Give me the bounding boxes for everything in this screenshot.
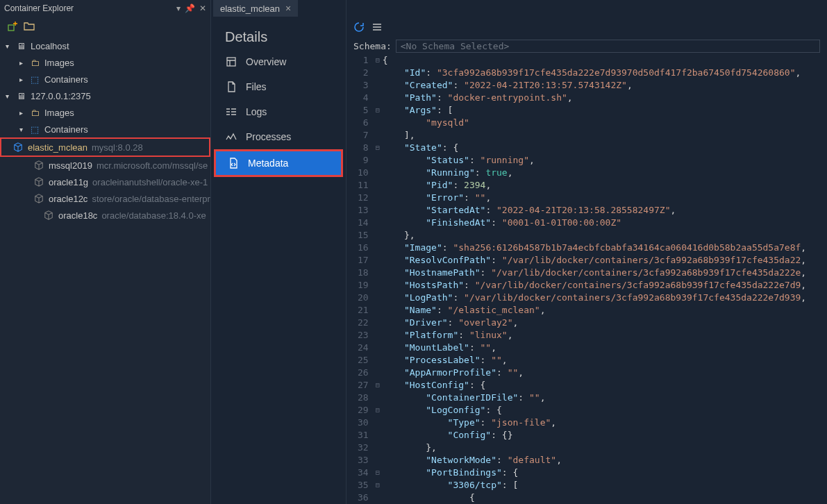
code-line[interactable]: "MountLabel": "", <box>383 342 827 354</box>
code-line[interactable]: "HostnamePath": "/var/lib/docker/contain… <box>383 267 827 279</box>
code-line[interactable]: "Id": "3cfa992a68b939f17cfe435da222e7d93… <box>383 67 827 79</box>
code-line[interactable]: "State": { <box>383 142 827 154</box>
fold-marker[interactable]: ⊟ <box>373 379 383 392</box>
line-number: 6 <box>358 117 369 129</box>
fold-marker <box>373 454 383 467</box>
fold-marker[interactable]: ⊟ <box>373 467 383 479</box>
fold-marker[interactable]: ⊟ <box>373 104 383 117</box>
code-line[interactable]: "AppArmorProfile": "", <box>383 367 827 379</box>
code-line[interactable]: "Path": "docker-entrypoint.sh", <box>383 92 827 104</box>
code-line[interactable]: "Image": "sha256:6126b4587b1b7a4ecbfcbab… <box>383 242 827 254</box>
code-line[interactable]: "Platform": "linux", <box>383 329 827 342</box>
container-item[interactable]: oracle12cstore/oracle/database-enterpr <box>0 190 210 207</box>
code-line[interactable]: { <box>383 54 827 67</box>
code-line[interactable]: "Pid": 2394, <box>383 179 827 192</box>
folder-icon[interactable] <box>24 21 35 32</box>
close-icon[interactable]: ✕ <box>199 3 206 13</box>
fold-marker[interactable]: ⊟ <box>373 142 383 154</box>
code-line[interactable]: "Name": "/elastic_mclean", <box>383 304 827 317</box>
fold-marker <box>373 129 383 142</box>
fold-marker <box>373 304 383 317</box>
code-line[interactable]: "Type": "json-file", <box>383 417 827 429</box>
schema-value[interactable]: <No Schema Selected> <box>396 40 820 53</box>
details-item-metadata[interactable]: Metadata <box>214 149 343 177</box>
code-line[interactable]: }, <box>383 229 827 242</box>
code-line[interactable]: ], <box>383 129 827 142</box>
container-name: oracle18c <box>58 210 97 221</box>
tree-node-images[interactable]: ▸ 🗀 Images <box>0 104 210 121</box>
details-item-files[interactable]: Files <box>211 74 346 99</box>
code-line[interactable]: "mysqld" <box>383 117 827 129</box>
code-line[interactable]: "NetworkMode": "default", <box>383 454 827 467</box>
container-image: oracleinanutshell/oracle-xe-1 <box>92 177 208 187</box>
tree-host-localhost[interactable]: ▾ 🖥 Localhost <box>0 37 210 54</box>
code-line[interactable]: "ResolvConfPath": "/var/lib/docker/conta… <box>383 254 827 267</box>
fold-marker <box>373 317 383 329</box>
line-number: 30 <box>358 417 369 429</box>
fold-marker[interactable]: ⊟ <box>373 479 383 492</box>
fold-marker[interactable]: ⊟ <box>373 54 383 67</box>
tree-host-remote[interactable]: ▾ 🖥 127.0.0.1:2375 <box>0 87 210 104</box>
code-line[interactable]: "3306/tcp": [ <box>383 479 827 492</box>
code-line[interactable]: { <box>383 492 827 504</box>
container-item[interactable]: oracle11goracleinanutshell/oracle-xe-1 <box>0 174 210 190</box>
line-number: 33 <box>358 454 369 467</box>
fold-marker <box>373 117 383 129</box>
details-item-icon <box>225 81 237 93</box>
code-line[interactable]: "LogConfig": { <box>383 404 827 417</box>
code-line[interactable]: "Status": "running", <box>383 154 827 167</box>
line-number: 23 <box>358 329 369 342</box>
fold-marker <box>373 392 383 404</box>
tree-node-images[interactable]: ▸ 🗀 Images <box>0 54 210 71</box>
line-number: 28 <box>358 392 369 404</box>
code-line[interactable]: "ContainerIDFile": "", <box>383 392 827 404</box>
details-item-overview[interactable]: Overview <box>211 49 346 74</box>
fold-marker <box>373 367 383 379</box>
code-line[interactable]: "HostConfig": { <box>383 379 827 392</box>
code-line[interactable]: "Args": [ <box>383 104 827 117</box>
refresh-icon[interactable] <box>353 22 365 33</box>
pin-icon[interactable]: 📌 <box>185 3 195 13</box>
details-item-icon <box>227 157 240 169</box>
container-item[interactable]: elastic_mcleanmysql:8.0.28 <box>0 137 210 157</box>
code-line[interactable]: "StartedAt": "2022-04-21T20:13:58.285582… <box>383 204 827 217</box>
container-item[interactable]: oracle18coracle/database:18.4.0-xe <box>0 207 210 224</box>
code-line[interactable]: "Driver": "overlay2", <box>383 317 827 329</box>
panel-header: Container Explorer ▾ 📌 ✕ <box>0 0 210 17</box>
editor-tab-label: elastic_mclean <box>220 3 280 14</box>
code-line[interactable]: "Error": "", <box>383 192 827 204</box>
schema-label: Schema: <box>353 41 392 51</box>
fold-marker[interactable]: ⊟ <box>373 404 383 417</box>
editor-tab[interactable]: elastic_mclean × <box>213 0 298 17</box>
panel-toolbar <box>0 17 210 36</box>
fold-marker <box>373 167 383 179</box>
code-line[interactable]: "FinishedAt": "0001-01-01T00:00:00Z" <box>383 217 827 229</box>
container-name: oracle12c <box>49 194 87 204</box>
details-item-icon <box>225 106 237 118</box>
code-line[interactable]: "PortBindings": { <box>383 467 827 479</box>
code-line[interactable]: }, <box>383 442 827 454</box>
details-item-processes[interactable]: Processes <box>211 124 346 149</box>
chevron-down-icon[interactable]: ▾ <box>176 3 181 13</box>
line-number: 7 <box>358 129 369 142</box>
cube-icon <box>33 176 44 187</box>
code-line[interactable]: "Created": "2022-04-21T20:13:57.5743142Z… <box>383 79 827 92</box>
details-item-logs[interactable]: Logs <box>211 99 346 124</box>
code-line[interactable]: "ProcessLabel": "", <box>383 354 827 367</box>
code-line[interactable]: "Running": true, <box>383 167 827 179</box>
fold-marker <box>373 154 383 167</box>
code-line[interactable]: "Config": {} <box>383 429 827 442</box>
code-line[interactable]: "HostsPath": "/var/lib/docker/containers… <box>383 279 827 292</box>
fold-marker <box>373 217 383 229</box>
details-item-label: Files <box>246 81 267 92</box>
list-icon[interactable] <box>371 22 383 33</box>
container-item[interactable]: mssql2019mcr.microsoft.com/mssql/se <box>0 157 210 174</box>
code-line[interactable]: "LogPath": "/var/lib/docker/containers/3… <box>383 292 827 304</box>
line-number: 17 <box>358 254 369 267</box>
code-area[interactable]: 1234567891011121314151617181920212223242… <box>346 54 827 504</box>
tab-close-icon[interactable]: × <box>285 3 291 14</box>
tree-node-containers[interactable]: ▸ ⬚ Containers <box>0 71 210 87</box>
tree-node-containers-open[interactable]: ▾ ⬚ Containers <box>0 121 210 137</box>
add-item-icon[interactable] <box>7 21 18 32</box>
line-number: 9 <box>358 154 369 167</box>
